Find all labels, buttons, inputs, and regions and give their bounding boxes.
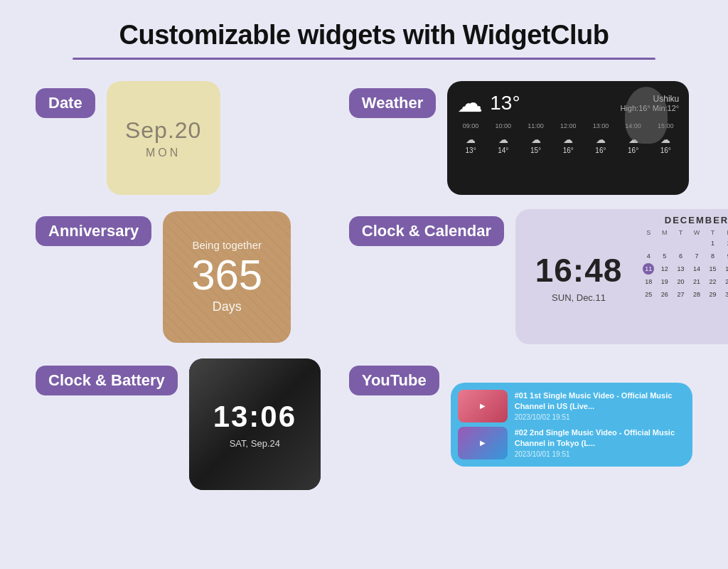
youtube-thumb-2: ▶ <box>458 427 508 459</box>
calendar-dow: S M T W T F S <box>641 228 728 237</box>
clock-calendar-widget: 16:48 SUN, Dec.11 DECEMBER S M T W T F S… <box>515 209 728 344</box>
weather-bg-figure <box>625 87 668 144</box>
anniversary-badge: Anniversary <box>36 216 151 246</box>
date-value: Sep.20 <box>125 117 201 144</box>
youtube-info-2: #02 2nd Single Music Video - Official Mu… <box>515 427 685 458</box>
weather-badge: Weather <box>349 88 436 118</box>
youtube-title-1: #01 1st Single Music Video - Official Mu… <box>515 390 685 411</box>
date-widget: Sep.20 MON <box>107 81 220 195</box>
youtube-cell: YouTube ▶ #01 1st Single Music Video - O… <box>349 358 728 490</box>
clock-battery-time: 13:06 <box>213 400 296 434</box>
anniversary-cell: Anniversary Being together 365 Days <box>36 209 321 344</box>
date-day: MON <box>146 147 181 159</box>
weather-top: ☁ 13° Ushiku High:16° Min:12° <box>447 81 689 121</box>
weather-cell: Weather ☁ 13° Ushiku High:16° Min:12° 09… <box>349 81 728 195</box>
widget-grid: Date Sep.20 MON Weather ☁ 13° Ushiku Hig… <box>0 81 728 490</box>
youtube-thumb-1: ▶ <box>458 390 508 422</box>
anniversary-text: Being together <box>192 239 262 251</box>
clock-calendar-badge: Clock & Calendar <box>349 216 504 246</box>
youtube-thumb-img-1: ▶ <box>458 390 508 422</box>
page-title: Customizable widgets with WidgetClub <box>0 0 728 58</box>
youtube-date-1: 2023/10/02 19:51 <box>515 413 685 421</box>
youtube-title-2: #02 2nd Single Music Video - Official Mu… <box>515 427 685 448</box>
date-badge: Date <box>36 88 95 118</box>
weather-cloud-icon: ☁ <box>457 88 483 118</box>
youtube-item-2: ▶ #02 2nd Single Music Video - Official … <box>458 427 685 459</box>
youtube-badge: YouTube <box>349 366 439 395</box>
clock-left: 16:48 SUN, Dec.11 <box>515 209 636 344</box>
clock-battery-badge: Clock & Battery <box>36 366 178 395</box>
anniversary-widget: Being together 365 Days <box>163 211 291 343</box>
anniversary-number: 365 <box>191 254 262 297</box>
weather-temp: 13° <box>490 92 520 115</box>
clock-battery-widget: 13:06 SAT, Sep.24 <box>189 358 321 490</box>
clock-calendar-cell: Clock & Calendar 16:48 SUN, Dec.11 DECEM… <box>349 209 728 344</box>
clock-battery-date: SAT, Sep.24 <box>230 438 280 449</box>
calendar-month: DECEMBER <box>641 215 728 225</box>
title-underline <box>73 58 655 60</box>
anniversary-unit: Days <box>213 299 242 314</box>
weather-widget: ☁ 13° Ushiku High:16° Min:12° 09:00 10:0… <box>447 81 689 195</box>
date-cell: Date Sep.20 MON <box>36 81 321 195</box>
calendar-right: DECEMBER S M T W T F S 12345678910111213… <box>636 209 728 344</box>
calendar-days: 1234567891011121314151617181920212223242… <box>641 237 728 301</box>
clock-battery-cell: Clock & Battery 13:06 SAT, Sep.24 <box>36 358 321 490</box>
youtube-date-2: 2023/10/01 19:51 <box>515 450 685 458</box>
youtube-info-1: #01 1st Single Music Video - Official Mu… <box>515 390 685 421</box>
clock-time: 16:48 <box>535 251 623 289</box>
youtube-item-1: ▶ #01 1st Single Music Video - Official … <box>458 390 685 422</box>
clock-date: SUN, Dec.11 <box>552 292 606 303</box>
youtube-thumb-img-2: ▶ <box>458 427 508 459</box>
youtube-widget: ▶ #01 1st Single Music Video - Official … <box>451 383 692 467</box>
